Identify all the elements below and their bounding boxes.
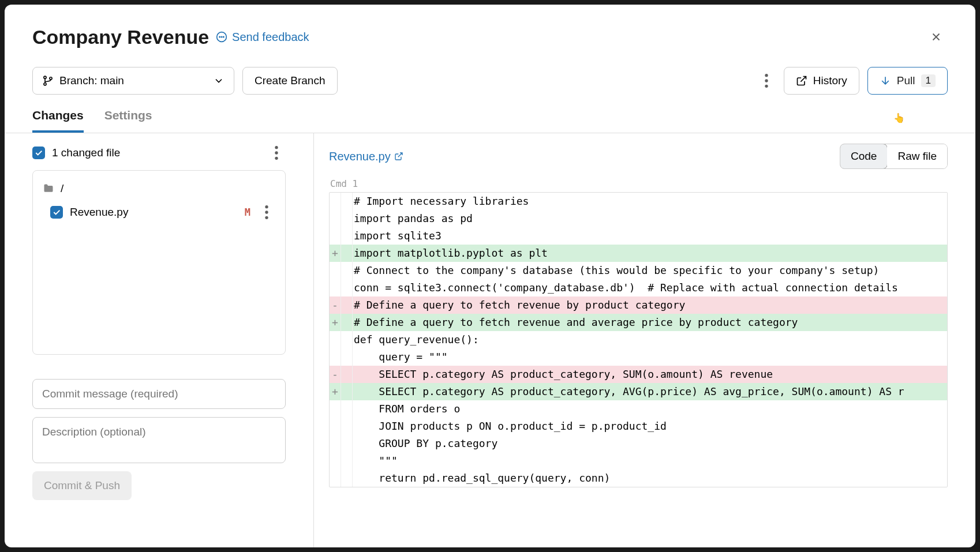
- file-checkbox[interactable]: [50, 206, 63, 219]
- changed-files-count: 1 changed file: [52, 147, 260, 159]
- diff-line: + SELECT p.category AS product_category,…: [330, 383, 947, 400]
- tabs: Changes Settings: [5, 95, 975, 133]
- commit-section: Commit & Push: [32, 379, 286, 500]
- diff-line: # Connect to the company's database (thi…: [330, 262, 947, 279]
- svg-point-15: [265, 216, 268, 219]
- svg-point-12: [275, 157, 278, 160]
- external-link-icon: [394, 152, 403, 161]
- diff-line: """: [330, 452, 947, 470]
- git-branch-icon: [42, 75, 54, 87]
- commit-description-input[interactable]: [32, 417, 286, 463]
- svg-point-5: [44, 83, 46, 85]
- file-name: Revenue.py: [70, 206, 238, 219]
- diff-line: +# Define a query to fetch revenue and a…: [330, 314, 947, 331]
- diff-line: def query_revenue():: [330, 331, 947, 348]
- create-branch-button[interactable]: Create Branch: [242, 67, 338, 95]
- close-icon: [930, 31, 942, 43]
- modal-header: Company Revenue Send feedback: [5, 5, 975, 48]
- diff-line: +import matplotlib.pyplot as plt: [330, 245, 947, 262]
- git-modal: Company Revenue Send feedback Branch: ma…: [5, 5, 975, 547]
- svg-point-4: [44, 76, 46, 78]
- diff-line: # Import necessary libraries: [330, 193, 947, 210]
- send-feedback-link[interactable]: Send feedback: [216, 31, 309, 44]
- close-button[interactable]: [925, 25, 948, 48]
- file-more-button[interactable]: [257, 203, 276, 221]
- diff-line: GROUP BY p.category: [330, 435, 947, 452]
- check-icon: [34, 148, 43, 157]
- diff-line: -# Define a query to fetch revenue by pr…: [330, 296, 947, 314]
- svg-point-6: [50, 77, 52, 80]
- main-panel: Revenue.py Code Raw file Cmd 1 # Import …: [314, 133, 975, 547]
- svg-point-14: [265, 211, 268, 213]
- kebab-icon: [757, 72, 776, 90]
- tab-settings[interactable]: Settings: [104, 108, 152, 133]
- diff-line: import pandas as pd: [330, 210, 947, 227]
- svg-point-10: [275, 146, 278, 149]
- svg-point-13: [265, 205, 268, 208]
- content: 1 changed file / Revenue.py M: [5, 133, 975, 547]
- file-tree: / Revenue.py M: [32, 170, 286, 355]
- raw-file-button[interactable]: Raw file: [887, 144, 947, 168]
- arrow-down-icon: [880, 75, 891, 87]
- diff-line: conn = sqlite3.connect('company_database…: [330, 279, 947, 296]
- commit-message-input[interactable]: [32, 379, 286, 409]
- diff-line: - SELECT p.category AS product_category,…: [330, 366, 947, 383]
- svg-point-2: [221, 36, 222, 37]
- select-all-checkbox[interactable]: [32, 147, 45, 159]
- file-row[interactable]: Revenue.py M: [41, 198, 277, 226]
- comment-icon: [216, 31, 227, 43]
- tab-changes[interactable]: Changes: [32, 108, 84, 133]
- diff-line: return pd.read_sql_query(query, conn): [330, 470, 947, 487]
- view-toggle: Code Raw file: [840, 144, 948, 169]
- more-menu-button[interactable]: [757, 72, 776, 90]
- diff-line: JOIN products p ON o.product_id = p.prod…: [330, 418, 947, 435]
- check-icon: [52, 208, 61, 217]
- svg-point-11: [275, 151, 278, 154]
- folder-row[interactable]: /: [41, 179, 277, 198]
- file-link[interactable]: Revenue.py: [329, 150, 403, 163]
- diff-view[interactable]: # Import necessary librariesimport panda…: [329, 192, 948, 487]
- external-link-icon: [796, 75, 807, 87]
- chevron-down-icon: [213, 75, 225, 87]
- kebab-icon: [267, 144, 286, 162]
- pull-count-badge: 1: [921, 74, 936, 87]
- svg-point-3: [223, 36, 224, 37]
- sidebar-header: 1 changed file: [32, 144, 286, 162]
- branch-selector[interactable]: Branch: main: [32, 67, 234, 95]
- diff-line: query = """: [330, 348, 947, 366]
- sidebar: 1 changed file / Revenue.py M: [5, 133, 314, 547]
- file-header: Revenue.py Code Raw file: [329, 144, 948, 169]
- svg-point-7: [765, 74, 768, 77]
- toolbar: Branch: main Create Branch History Pull …: [5, 48, 975, 95]
- svg-point-9: [765, 85, 768, 88]
- commit-push-button[interactable]: Commit & Push: [32, 471, 132, 500]
- svg-point-8: [765, 79, 768, 82]
- pull-button[interactable]: Pull 1: [867, 67, 948, 95]
- code-view-button[interactable]: Code: [840, 144, 888, 169]
- history-button[interactable]: History: [784, 67, 859, 95]
- modified-badge: M: [245, 206, 250, 218]
- sidebar-more-button[interactable]: [267, 144, 286, 162]
- diff-line: FROM orders o: [330, 400, 947, 418]
- svg-point-1: [219, 36, 220, 37]
- page-title: Company Revenue: [32, 26, 209, 48]
- cmd-label: Cmd 1: [330, 178, 948, 189]
- folder-icon: [42, 183, 55, 194]
- kebab-icon: [257, 203, 276, 221]
- diff-line: import sqlite3: [330, 227, 947, 245]
